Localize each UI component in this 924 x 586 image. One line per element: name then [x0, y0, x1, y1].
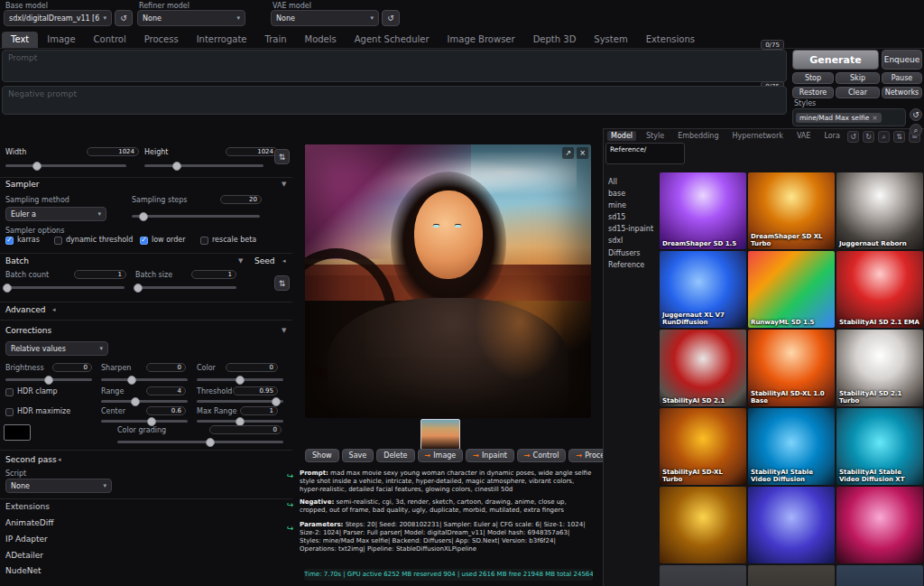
show-button[interactable]: Show — [305, 449, 339, 462]
tab-depth-3d[interactable]: Depth 3D — [524, 32, 586, 48]
model-card[interactable]: Juggernaut Reborn — [836, 172, 923, 249]
low-order-checkbox[interactable] — [140, 237, 148, 245]
batch-size-handle[interactable] — [134, 284, 143, 293]
rescale-beta-checkbox[interactable] — [200, 237, 208, 245]
model-card[interactable] — [836, 487, 923, 563]
dynamic-threshold-checkbox[interactable] — [54, 237, 62, 245]
pause-button[interactable]: Pause — [882, 72, 922, 84]
brightness-handle[interactable] — [44, 376, 53, 385]
height-slider[interactable] — [144, 164, 263, 167]
model-card[interactable]: StabilityAI SD 2.1 Turbo — [836, 330, 923, 406]
sharpen-value[interactable]: 0 — [146, 363, 186, 372]
sampling-steps-handle[interactable] — [139, 212, 148, 221]
sampling-method-select[interactable]: Euler a — [5, 207, 106, 221]
folder-all[interactable]: All — [608, 178, 617, 186]
model-card[interactable]: StabilityAI SD 2.1 EMA — [836, 251, 923, 328]
tab-interrogate[interactable]: Interrogate — [188, 32, 256, 48]
vae-model-refresh-icon[interactable]: ↺ — [382, 10, 400, 26]
folder-sd15[interactable]: sd15 — [608, 213, 625, 221]
swap-dimensions-icon[interactable]: ⇅ — [274, 149, 290, 164]
max-range-handle[interactable] — [236, 417, 245, 426]
tab-extensions[interactable]: Extensions — [637, 32, 704, 48]
folder-sd15-inpaint[interactable]: sd15-inpaint — [608, 225, 653, 233]
extension-adetailer[interactable]: ADetailer — [5, 551, 43, 560]
styles-refresh-icon[interactable]: ↺ — [910, 108, 922, 121]
model-card[interactable]: DreamShaper SD 1.5 — [660, 172, 746, 249]
color-grading-value[interactable]: 0 — [209, 425, 282, 434]
sampler-collapse-icon[interactable]: ▼ — [282, 181, 286, 188]
extension-ip-adapter[interactable]: IP Adapter — [5, 535, 48, 544]
model-card[interactable]: RunwayML SD 1.5 — [748, 251, 835, 328]
copy-prompt-icon[interactable]: ↪ — [287, 471, 294, 480]
range-handle[interactable] — [131, 397, 140, 406]
width-slider[interactable] — [5, 164, 126, 167]
networks-button[interactable]: Networks — [882, 87, 922, 98]
copy-negative-icon[interactable]: ↪ — [287, 500, 294, 509]
generate-button[interactable]: Generate — [792, 50, 879, 70]
advanced-collapse-icon[interactable]: ◂ — [52, 306, 56, 313]
image-close-icon[interactable]: × — [577, 147, 588, 159]
networks-refresh-icon[interactable]: ↺ — [847, 131, 859, 143]
width-value[interactable]: 1024 — [87, 147, 139, 156]
tab-process[interactable]: Process — [135, 32, 188, 48]
sampling-steps-slider[interactable] — [132, 215, 260, 218]
model-card[interactable] — [748, 565, 835, 586]
copy-params-icon[interactable]: ↪ — [287, 524, 294, 533]
networks-sort-icon[interactable]: ⇅ — [893, 131, 905, 143]
karras-checkbox[interactable] — [5, 237, 14, 245]
center-slider[interactable] — [101, 420, 188, 423]
sampler-section-header[interactable]: Sampler — [5, 180, 39, 189]
range-value[interactable]: 4 — [146, 386, 186, 395]
tab-train[interactable]: Train — [256, 32, 296, 48]
networks-tab-vae[interactable]: VAE — [793, 131, 815, 141]
center-value[interactable]: 0.6 — [146, 406, 186, 415]
image-expand-icon[interactable]: ↗ — [562, 147, 574, 159]
batch-collapse-icon[interactable]: ▼ — [238, 257, 243, 265]
color-handle[interactable] — [236, 376, 245, 385]
networks-tab-lora[interactable]: Lora — [820, 131, 843, 141]
extension-animatediff[interactable]: AnimateDiff — [5, 518, 53, 527]
style-tag-remove-icon[interactable]: × — [872, 114, 877, 122]
tab-image[interactable]: Image — [38, 32, 84, 48]
hdr-clamp-checkbox[interactable] — [5, 388, 14, 396]
color-slider[interactable] — [197, 378, 283, 381]
folder-mine[interactable]: mine — [608, 201, 626, 209]
sharpen-handle[interactable] — [127, 376, 136, 385]
height-slider-handle[interactable] — [172, 162, 181, 171]
corrections-collapse-icon[interactable]: ▼ — [282, 327, 286, 334]
prompt-input[interactable] — [2, 50, 787, 82]
seed-collapse-icon[interactable]: ◂ — [282, 257, 286, 265]
vae-model-select[interactable]: None — [271, 10, 379, 26]
hdr-maximize-checkbox[interactable] — [5, 408, 14, 416]
batch-count-handle[interactable] — [3, 284, 12, 293]
corrections-section-header[interactable]: Corrections — [5, 326, 51, 335]
stop-button[interactable]: Stop — [792, 72, 834, 84]
refiner-model-select[interactable]: None — [137, 10, 245, 26]
seed-section-header[interactable]: Seed — [254, 256, 275, 265]
width-slider-handle[interactable] — [32, 162, 42, 171]
send-to-inpaint-button[interactable]: →Inpaint — [466, 449, 514, 462]
model-card[interactable] — [660, 487, 746, 563]
style-tag[interactable]: mine/Mad Max selfie × — [796, 113, 882, 123]
networks-tab-style[interactable]: Style — [642, 131, 668, 141]
batch-swap-icon[interactable]: ⇅ — [274, 275, 290, 291]
networks-search-icon[interactable]: ⌕ — [878, 131, 890, 143]
model-card[interactable]: StabilityAI SD-XL Turbo — [660, 408, 746, 485]
save-button[interactable]: Save — [342, 449, 374, 462]
batch-section-header[interactable]: Batch — [5, 256, 29, 265]
folder-sdxl[interactable]: sdxl — [608, 237, 623, 245]
color-value[interactable]: 0 — [226, 363, 278, 372]
threshold-handle[interactable] — [272, 397, 281, 406]
tab-models[interactable]: Models — [296, 32, 346, 48]
center-handle[interactable] — [147, 417, 156, 426]
height-value[interactable]: 1024 — [226, 147, 278, 156]
networks-tab-model[interactable]: Model — [607, 131, 636, 141]
model-card[interactable] — [748, 487, 835, 563]
sampling-steps-value[interactable]: 20 — [220, 195, 262, 204]
model-card[interactable]: StabilityAI SD 2.1 — [660, 330, 746, 406]
networks-rescan-icon[interactable]: ↻ — [863, 131, 874, 143]
model-card[interactable]: DreamShaper SD XL Turbo — [748, 172, 835, 249]
model-card[interactable]: StabilityAI Stable Video Diffusion XT — [836, 408, 923, 485]
base-model-refresh-icon[interactable]: ↺ — [115, 10, 133, 26]
corrections-mode-select[interactable]: Relative values — [5, 341, 108, 356]
